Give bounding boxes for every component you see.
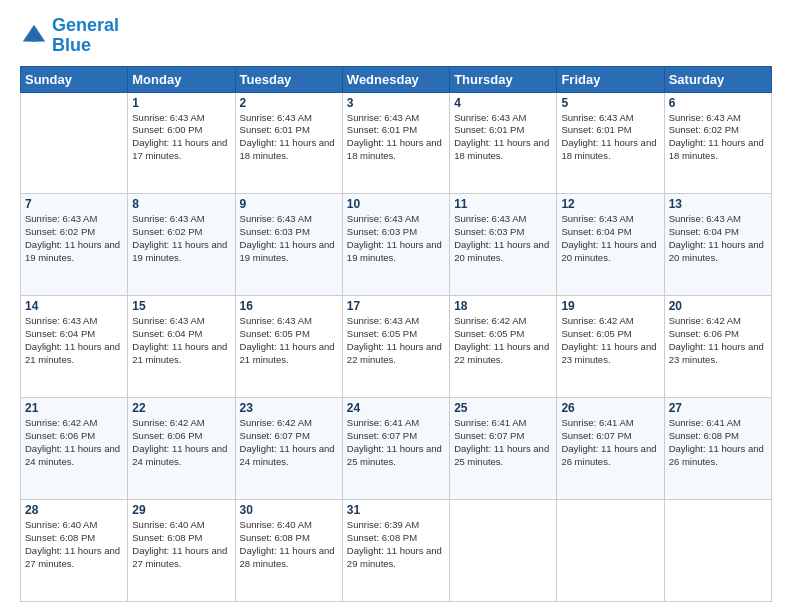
day-info: Sunrise: 6:41 AMSunset: 6:08 PMDaylight:… [669,417,767,468]
day-info: Sunrise: 6:43 AMSunset: 6:05 PMDaylight:… [240,315,338,366]
day-info: Sunrise: 6:43 AMSunset: 6:04 PMDaylight:… [25,315,123,366]
calendar-cell: 22Sunrise: 6:42 AMSunset: 6:06 PMDayligh… [128,398,235,500]
calendar-cell: 14Sunrise: 6:43 AMSunset: 6:04 PMDayligh… [21,296,128,398]
calendar-cell: 9Sunrise: 6:43 AMSunset: 6:03 PMDaylight… [235,194,342,296]
calendar-header-tuesday: Tuesday [235,66,342,92]
calendar-cell: 21Sunrise: 6:42 AMSunset: 6:06 PMDayligh… [21,398,128,500]
calendar-week-row: 1Sunrise: 6:43 AMSunset: 6:00 PMDaylight… [21,92,772,194]
day-number: 17 [347,299,445,313]
day-number: 22 [132,401,230,415]
calendar-cell: 23Sunrise: 6:42 AMSunset: 6:07 PMDayligh… [235,398,342,500]
day-number: 13 [669,197,767,211]
day-number: 2 [240,96,338,110]
calendar-cell: 11Sunrise: 6:43 AMSunset: 6:03 PMDayligh… [450,194,557,296]
day-info: Sunrise: 6:42 AMSunset: 6:06 PMDaylight:… [669,315,767,366]
calendar-cell: 4Sunrise: 6:43 AMSunset: 6:01 PMDaylight… [450,92,557,194]
day-info: Sunrise: 6:42 AMSunset: 6:05 PMDaylight:… [454,315,552,366]
calendar-header-thursday: Thursday [450,66,557,92]
day-number: 18 [454,299,552,313]
day-number: 6 [669,96,767,110]
day-info: Sunrise: 6:40 AMSunset: 6:08 PMDaylight:… [132,519,230,570]
day-number: 8 [132,197,230,211]
calendar-cell: 10Sunrise: 6:43 AMSunset: 6:03 PMDayligh… [342,194,449,296]
day-number: 11 [454,197,552,211]
calendar-cell: 17Sunrise: 6:43 AMSunset: 6:05 PMDayligh… [342,296,449,398]
calendar-header-monday: Monday [128,66,235,92]
day-number: 1 [132,96,230,110]
calendar-cell: 27Sunrise: 6:41 AMSunset: 6:08 PMDayligh… [664,398,771,500]
day-info: Sunrise: 6:40 AMSunset: 6:08 PMDaylight:… [25,519,123,570]
header: General Blue [20,16,772,56]
calendar-cell: 6Sunrise: 6:43 AMSunset: 6:02 PMDaylight… [664,92,771,194]
calendar-cell: 7Sunrise: 6:43 AMSunset: 6:02 PMDaylight… [21,194,128,296]
logo-icon [20,22,48,50]
day-number: 4 [454,96,552,110]
day-info: Sunrise: 6:42 AMSunset: 6:06 PMDaylight:… [25,417,123,468]
day-number: 12 [561,197,659,211]
day-number: 26 [561,401,659,415]
logo-area: General Blue [20,16,119,56]
day-info: Sunrise: 6:43 AMSunset: 6:02 PMDaylight:… [25,213,123,264]
calendar-cell: 25Sunrise: 6:41 AMSunset: 6:07 PMDayligh… [450,398,557,500]
day-number: 23 [240,401,338,415]
calendar-cell: 16Sunrise: 6:43 AMSunset: 6:05 PMDayligh… [235,296,342,398]
calendar-cell [21,92,128,194]
day-info: Sunrise: 6:43 AMSunset: 6:03 PMDaylight:… [454,213,552,264]
calendar-cell: 29Sunrise: 6:40 AMSunset: 6:08 PMDayligh… [128,500,235,602]
calendar-cell: 1Sunrise: 6:43 AMSunset: 6:00 PMDaylight… [128,92,235,194]
calendar-cell: 26Sunrise: 6:41 AMSunset: 6:07 PMDayligh… [557,398,664,500]
day-number: 10 [347,197,445,211]
day-number: 5 [561,96,659,110]
day-number: 28 [25,503,123,517]
day-number: 30 [240,503,338,517]
calendar-cell: 2Sunrise: 6:43 AMSunset: 6:01 PMDaylight… [235,92,342,194]
calendar-week-row: 14Sunrise: 6:43 AMSunset: 6:04 PMDayligh… [21,296,772,398]
day-info: Sunrise: 6:41 AMSunset: 6:07 PMDaylight:… [347,417,445,468]
day-info: Sunrise: 6:43 AMSunset: 6:04 PMDaylight:… [561,213,659,264]
day-number: 3 [347,96,445,110]
day-info: Sunrise: 6:43 AMSunset: 6:01 PMDaylight:… [347,112,445,163]
day-info: Sunrise: 6:39 AMSunset: 6:08 PMDaylight:… [347,519,445,570]
calendar-cell: 3Sunrise: 6:43 AMSunset: 6:01 PMDaylight… [342,92,449,194]
calendar-week-row: 21Sunrise: 6:42 AMSunset: 6:06 PMDayligh… [21,398,772,500]
day-info: Sunrise: 6:43 AMSunset: 6:02 PMDaylight:… [669,112,767,163]
calendar-cell: 31Sunrise: 6:39 AMSunset: 6:08 PMDayligh… [342,500,449,602]
day-info: Sunrise: 6:41 AMSunset: 6:07 PMDaylight:… [454,417,552,468]
day-info: Sunrise: 6:43 AMSunset: 6:03 PMDaylight:… [240,213,338,264]
page: General Blue SundayMondayTuesdayWednesda… [0,0,792,612]
svg-rect-2 [31,37,37,41]
calendar-cell: 13Sunrise: 6:43 AMSunset: 6:04 PMDayligh… [664,194,771,296]
day-number: 19 [561,299,659,313]
calendar-cell: 15Sunrise: 6:43 AMSunset: 6:04 PMDayligh… [128,296,235,398]
day-number: 15 [132,299,230,313]
calendar-cell: 5Sunrise: 6:43 AMSunset: 6:01 PMDaylight… [557,92,664,194]
day-info: Sunrise: 6:43 AMSunset: 6:02 PMDaylight:… [132,213,230,264]
calendar-header-row: SundayMondayTuesdayWednesdayThursdayFrid… [21,66,772,92]
day-info: Sunrise: 6:43 AMSunset: 6:05 PMDaylight:… [347,315,445,366]
calendar-cell: 24Sunrise: 6:41 AMSunset: 6:07 PMDayligh… [342,398,449,500]
calendar-header-sunday: Sunday [21,66,128,92]
calendar-cell: 20Sunrise: 6:42 AMSunset: 6:06 PMDayligh… [664,296,771,398]
day-number: 14 [25,299,123,313]
calendar-cell: 19Sunrise: 6:42 AMSunset: 6:05 PMDayligh… [557,296,664,398]
day-info: Sunrise: 6:43 AMSunset: 6:04 PMDaylight:… [669,213,767,264]
calendar-table: SundayMondayTuesdayWednesdayThursdayFrid… [20,66,772,602]
calendar-cell: 30Sunrise: 6:40 AMSunset: 6:08 PMDayligh… [235,500,342,602]
calendar-header-friday: Friday [557,66,664,92]
calendar-cell [664,500,771,602]
calendar-cell: 12Sunrise: 6:43 AMSunset: 6:04 PMDayligh… [557,194,664,296]
calendar-week-row: 7Sunrise: 6:43 AMSunset: 6:02 PMDaylight… [21,194,772,296]
calendar-cell [557,500,664,602]
day-info: Sunrise: 6:43 AMSunset: 6:04 PMDaylight:… [132,315,230,366]
day-info: Sunrise: 6:43 AMSunset: 6:01 PMDaylight:… [240,112,338,163]
logo-name: General Blue [52,16,119,56]
day-number: 21 [25,401,123,415]
calendar-header-saturday: Saturday [664,66,771,92]
day-info: Sunrise: 6:42 AMSunset: 6:05 PMDaylight:… [561,315,659,366]
calendar-cell: 18Sunrise: 6:42 AMSunset: 6:05 PMDayligh… [450,296,557,398]
calendar-header-wednesday: Wednesday [342,66,449,92]
day-number: 9 [240,197,338,211]
day-info: Sunrise: 6:43 AMSunset: 6:00 PMDaylight:… [132,112,230,163]
day-number: 25 [454,401,552,415]
day-info: Sunrise: 6:43 AMSunset: 6:01 PMDaylight:… [454,112,552,163]
